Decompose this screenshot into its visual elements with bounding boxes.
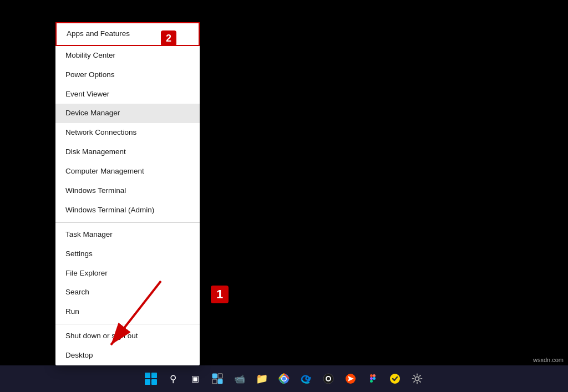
taskbar-norton-button[interactable] [385, 369, 405, 389]
taskbar-meet-button[interactable]: 📹 [230, 369, 250, 389]
norton-icon [389, 373, 400, 384]
menu-divider-2 [55, 324, 200, 324]
badge-2: 2 [161, 30, 176, 46]
meet-icon: 📹 [234, 374, 245, 384]
taskbar-app2-button[interactable] [341, 369, 361, 389]
fileexplorer-icon: 📁 [256, 373, 268, 385]
taskbar: ⚲ ▣ 📹 📁 [0, 365, 568, 392]
settings-icon [412, 373, 423, 384]
taskbar-fileexplorer-button[interactable]: 📁 [252, 369, 272, 389]
menu-item-shut-down[interactable]: Shut down or sign out [55, 327, 200, 346]
taskbar-widgets-button[interactable] [207, 369, 227, 389]
svg-rect-2 [145, 373, 150, 378]
svg-point-24 [415, 377, 419, 381]
svg-rect-3 [151, 373, 157, 378]
menu-item-run[interactable]: Run [55, 302, 200, 322]
app2-icon [345, 373, 356, 384]
menu-item-computer-management[interactable]: Computer Management [55, 162, 200, 181]
svg-rect-6 [212, 374, 217, 378]
menu-item-disk-management[interactable]: Disk Management [55, 142, 200, 162]
taskbar-figma-button[interactable] [363, 369, 383, 389]
taskbar-app1-button[interactable] [318, 369, 338, 389]
menu-item-windows-terminal-admin[interactable]: Windows Terminal (Admin) [55, 201, 200, 220]
watermark: wsxdn.com [533, 357, 564, 363]
taskbar-search-button[interactable]: ⚲ [163, 369, 183, 389]
svg-rect-5 [151, 379, 157, 385]
edge-icon [301, 373, 312, 384]
figma-icon [367, 373, 378, 384]
widgets-icon [212, 373, 223, 384]
menu-item-event-viewer[interactable]: Event Viewer [55, 85, 200, 104]
svg-rect-7 [218, 374, 222, 378]
search-icon: ⚲ [170, 373, 176, 385]
menu-item-search[interactable]: Search [55, 283, 200, 302]
svg-point-15 [327, 377, 330, 380]
menu-item-network-connections[interactable]: Network Connections [55, 123, 200, 142]
svg-rect-9 [218, 379, 222, 384]
menu-item-mobility-center[interactable]: Mobility Center [55, 46, 200, 65]
start-button[interactable] [141, 369, 161, 389]
menu-item-desktop[interactable]: Desktop [55, 346, 200, 365]
svg-rect-20 [370, 377, 373, 380]
taskbar-settings-button[interactable] [407, 369, 427, 389]
taskview-icon: ▣ [191, 374, 199, 384]
taskbar-chrome-button[interactable] [274, 369, 294, 389]
app1-icon [323, 373, 334, 384]
menu-item-apps-features[interactable]: Apps and Features [55, 22, 200, 46]
menu-divider-1 [55, 222, 200, 223]
menu-item-windows-terminal[interactable]: Windows Terminal [55, 181, 200, 201]
menu-item-settings[interactable]: Settings [55, 245, 200, 264]
menu-item-power-options[interactable]: Power Options [55, 65, 200, 85]
svg-point-22 [373, 377, 376, 380]
menu-item-device-manager[interactable]: Device Manager [55, 104, 200, 123]
svg-rect-8 [212, 379, 217, 384]
svg-rect-18 [370, 374, 373, 377]
context-menu: Apps and Features Mobility Center Power … [55, 22, 200, 365]
taskbar-taskview-button[interactable]: ▣ [185, 369, 205, 389]
svg-point-12 [282, 377, 286, 381]
badge-1: 1 [211, 286, 229, 303]
svg-rect-19 [373, 374, 376, 377]
svg-rect-21 [370, 380, 373, 383]
menu-item-task-manager[interactable]: Task Manager [55, 225, 200, 245]
chrome-icon [278, 373, 290, 384]
menu-item-file-explorer[interactable]: File Explorer [55, 264, 200, 283]
svg-rect-4 [145, 379, 150, 385]
taskbar-edge-button[interactable] [296, 369, 316, 389]
